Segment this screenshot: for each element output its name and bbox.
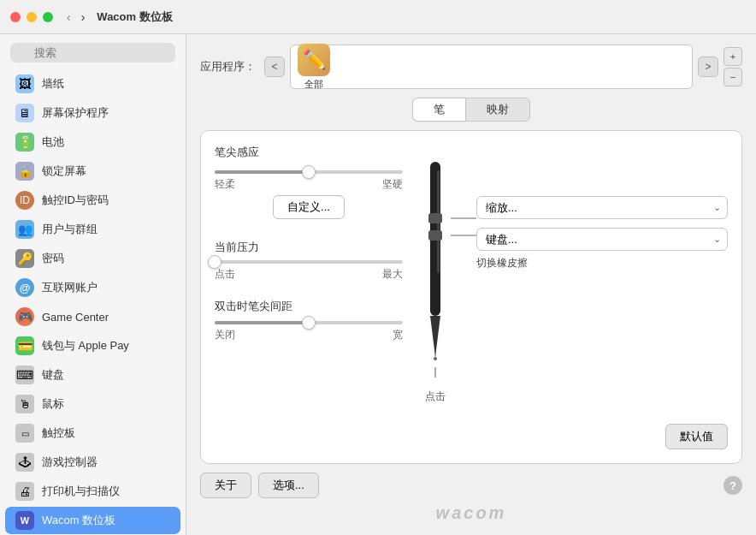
search-container: ⌕ bbox=[0, 34, 186, 69]
tip-sensitivity-title: 笔尖感应 bbox=[215, 145, 403, 160]
help-button[interactable]: ? bbox=[724, 476, 742, 495]
sidebar-item-internet[interactable]: @ 互联网账户 bbox=[5, 274, 180, 301]
close-button[interactable] bbox=[10, 12, 21, 22]
sidebar-item-printer[interactable]: 🖨 打印机与扫描仪 bbox=[5, 478, 180, 505]
search-input[interactable] bbox=[10, 43, 175, 62]
trackpad-icon: ▭ bbox=[15, 424, 34, 443]
default-button[interactable]: 默认值 bbox=[665, 424, 728, 449]
tip-soft-label: 轻柔 bbox=[215, 177, 235, 192]
svg-rect-3 bbox=[428, 230, 442, 241]
gamecontroller-icon: 🕹 bbox=[15, 453, 34, 472]
dbl-close-label: 关闭 bbox=[215, 328, 235, 342]
password-icon: 🔑 bbox=[15, 249, 34, 268]
sidebar-item-label: Wacom 数位板 bbox=[42, 513, 115, 528]
dropdown-wrapper-1: 缩放... ⌄ bbox=[476, 196, 728, 219]
app-thumb-label: 全部 bbox=[304, 78, 323, 91]
pressure-max-label: 最大 bbox=[382, 267, 403, 282]
right-panel: 点击 缩放... ⌄ bbox=[420, 145, 728, 449]
sidebar-item-mouse[interactable]: 🖱 鼠标 bbox=[5, 390, 180, 418]
minimize-button[interactable] bbox=[27, 12, 37, 22]
tip-hard-label: 坚硬 bbox=[382, 177, 403, 192]
sidebar-item-password[interactable]: 🔑 密码 bbox=[5, 245, 180, 272]
sidebar-item-wacom[interactable]: W Wacom 数位板 bbox=[5, 507, 180, 534]
sidebar-item-touchid[interactable]: ID 触控ID与密码 bbox=[5, 187, 180, 214]
touchid-icon: ID bbox=[15, 191, 34, 210]
app-add-button[interactable]: + bbox=[724, 47, 742, 66]
internet-icon: @ bbox=[15, 278, 34, 297]
battery-icon: 🔋 bbox=[15, 133, 34, 152]
main-panel: 笔尖感应 轻柔 坚硬 自定义... 当前压力 bbox=[200, 130, 742, 464]
back-arrow[interactable]: ‹ bbox=[63, 9, 74, 26]
titlebar: ‹ › Wacom 数位板 bbox=[0, 0, 756, 34]
sidebar-item-label: 互联网账户 bbox=[42, 280, 97, 295]
tip-sensitivity-track[interactable] bbox=[215, 170, 403, 174]
sidebar: ⌕ 🖼 墙纸 🖥 屏幕保护程序 🔋 电池 🔒 锁定屏幕 ID 触控ID与密码 👥… bbox=[0, 34, 186, 535]
app-remove-button[interactable]: − bbox=[724, 68, 742, 86]
pressure-track[interactable] bbox=[215, 260, 403, 264]
tab-bar: 笔 映射 bbox=[200, 98, 742, 122]
sidebar-item-label: 密码 bbox=[42, 251, 64, 266]
current-pressure-title: 当前压力 bbox=[215, 240, 403, 255]
sidebar-item-label: 锁定屏幕 bbox=[42, 163, 86, 179]
navigation-arrows: ‹ › bbox=[63, 9, 88, 26]
maximize-button[interactable] bbox=[43, 12, 53, 22]
app-label: 应用程序： bbox=[200, 59, 256, 74]
sidebar-item-screensaver[interactable]: 🖥 屏幕保护程序 bbox=[5, 99, 180, 127]
dropdown-2[interactable]: 键盘... bbox=[476, 228, 728, 251]
wacom-brand: wacom bbox=[200, 498, 742, 525]
tab-mapping[interactable]: 映射 bbox=[465, 98, 530, 122]
bottom-bar: 关于 选项... ? bbox=[200, 473, 742, 498]
dropdown-1[interactable]: 缩放... bbox=[476, 196, 728, 219]
sidebar-item-label: 用户与群组 bbox=[42, 222, 97, 237]
wallpaper-icon: 🖼 bbox=[15, 74, 34, 93]
about-button[interactable]: 关于 bbox=[200, 473, 251, 498]
tab-pen[interactable]: 笔 bbox=[412, 98, 465, 122]
sidebar-item-label: 键盘 bbox=[42, 367, 64, 383]
screensaver-icon: 🖥 bbox=[15, 104, 34, 122]
pen-area: 点击 缩放... ⌄ bbox=[420, 145, 728, 415]
app-next-button[interactable]: > bbox=[698, 56, 718, 77]
tip-sensitivity-section: 笔尖感应 轻柔 坚硬 自定义... bbox=[215, 145, 403, 226]
dropdown-wrapper-2: 键盘... ⌄ bbox=[476, 228, 728, 251]
sidebar-item-users[interactable]: 👥 用户与群组 bbox=[5, 216, 180, 243]
sidebar-item-gamecenter[interactable]: 🎮 Game Center bbox=[5, 303, 180, 330]
sidebar-item-wallet[interactable]: 💳 钱包与 Apple Pay bbox=[5, 332, 180, 360]
sidebar-item-label: 触控板 bbox=[42, 425, 75, 441]
eraser-label: 切换橡皮擦 bbox=[476, 256, 728, 270]
sidebar-item-wallpaper[interactable]: 🖼 墙纸 bbox=[5, 70, 180, 98]
users-icon: 👥 bbox=[15, 220, 34, 239]
double-click-section: 双击时笔尖间距 关闭 宽 bbox=[215, 299, 403, 342]
app-prev-button[interactable]: < bbox=[264, 56, 285, 77]
tip-sensitivity-labels: 轻柔 坚硬 bbox=[215, 177, 403, 192]
dbl-click-track[interactable] bbox=[215, 321, 403, 324]
double-click-title: 双击时笔尖间距 bbox=[215, 299, 403, 314]
pressure-labels: 点击 最大 bbox=[215, 267, 403, 282]
app-thumb: ✏️ 全部 bbox=[298, 44, 330, 91]
pen-image-container: 点击 bbox=[420, 145, 451, 415]
mouse-icon: 🖱 bbox=[15, 395, 34, 413]
sidebar-item-label: 打印机与扫描仪 bbox=[42, 484, 120, 499]
sidebar-item-label: 电池 bbox=[42, 134, 64, 150]
app-icon-container: ✏️ 全部 bbox=[290, 45, 693, 89]
sidebar-item-label: 钱包与 Apple Pay bbox=[42, 338, 129, 354]
options-button[interactable]: 选项... bbox=[258, 473, 319, 498]
customize-button[interactable]: 自定义... bbox=[273, 195, 345, 219]
sidebar-item-label: 墙纸 bbox=[42, 76, 64, 92]
pen-controls: 缩放... ⌄ 键盘... ⌄ 切换橡皮擦 bbox=[476, 145, 728, 415]
wacom-icon: W bbox=[15, 511, 34, 530]
sidebar-item-label: 游戏控制器 bbox=[42, 455, 97, 470]
wallet-icon: 💳 bbox=[15, 336, 34, 355]
forward-arrow[interactable]: › bbox=[78, 9, 89, 26]
lock-icon: 🔒 bbox=[15, 162, 34, 181]
sidebar-item-trackpad[interactable]: ▭ 触控板 bbox=[5, 419, 180, 447]
sidebar-item-label: 触控ID与密码 bbox=[42, 193, 109, 208]
sidebar-item-lockscreen[interactable]: 🔒 锁定屏幕 bbox=[5, 158, 180, 185]
sidebar-item-gamecontroller[interactable]: 🕹 游戏控制器 bbox=[5, 449, 180, 476]
svg-rect-2 bbox=[428, 213, 442, 223]
sidebar-item-keyboard[interactable]: ⌨ 键盘 bbox=[5, 361, 180, 389]
content-area: 应用程序： < ✏️ 全部 > + − 笔 映射 bbox=[186, 34, 756, 535]
panel-inner: 笔尖感应 轻柔 坚硬 自定义... 当前压力 bbox=[215, 145, 728, 449]
sidebar-item-battery[interactable]: 🔋 电池 bbox=[5, 128, 180, 156]
window-controls bbox=[10, 12, 53, 22]
sidebar-item-label: 鼠标 bbox=[42, 396, 64, 412]
